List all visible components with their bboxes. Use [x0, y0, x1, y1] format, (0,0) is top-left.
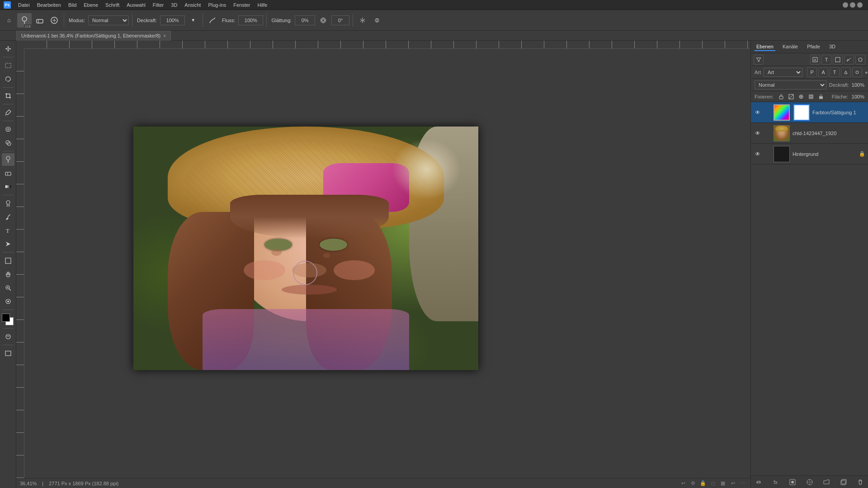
tool-heal[interactable] — [2, 123, 14, 136]
active-tab[interactable]: Unbenannt-1 bei 36,4% (Farbton/Sättigung… — [16, 31, 171, 41]
tab-kanale[interactable]: Kanäle — [781, 43, 800, 51]
layer-visibility-eye3[interactable]: 👁 — [754, 150, 762, 158]
layer-mask-btn[interactable] — [788, 477, 797, 487]
tool-text[interactable]: T — [2, 224, 14, 237]
layer-link-btn[interactable] — [754, 477, 764, 487]
glattung-input[interactable] — [295, 15, 315, 25]
tool-marquee[interactable] — [2, 59, 14, 72]
tool-zoom[interactable] — [2, 282, 14, 294]
layer-icon1[interactable]: A — [810, 55, 820, 65]
layer-icon3[interactable] — [833, 55, 843, 65]
tool-dodge[interactable] — [2, 197, 14, 210]
tool-eyedropper[interactable] — [2, 106, 14, 119]
tool-home[interactable]: ⌂ — [3, 14, 15, 27]
layer-delete-btn[interactable] — [855, 477, 865, 487]
layer-adjustment-btn[interactable] — [805, 477, 815, 487]
filter-btn4[interactable] — [841, 67, 851, 77]
menu-ebene[interactable]: Ebene — [80, 1, 102, 9]
sep2 — [132, 14, 132, 27]
menu-schrift[interactable]: Schrift — [102, 1, 123, 9]
status-btn3[interactable]: 🔒 — [699, 479, 707, 488]
filter-btn1[interactable]: P — [807, 67, 817, 77]
filter-btn3[interactable]: T — [830, 67, 840, 77]
tool-quick-mask[interactable] — [2, 330, 14, 343]
tool-lasso[interactable] — [2, 73, 14, 85]
filter-toggle[interactable]: ● — [865, 70, 868, 75]
layer-new-btn[interactable] — [839, 477, 849, 487]
menu-bearbeiten[interactable]: Bearbeiten — [33, 1, 65, 9]
tool-pen[interactable] — [2, 211, 14, 223]
menu-datei[interactable]: Datei — [14, 1, 33, 9]
tool-slot3[interactable] — [48, 14, 61, 27]
status-btn5[interactable]: ▦ — [719, 479, 727, 488]
lock-label: Fixieren: — [755, 94, 774, 99]
tool-arrow[interactable] — [2, 238, 14, 250]
tool-screen-mode[interactable] — [2, 347, 14, 360]
deckraft-input[interactable] — [160, 15, 185, 25]
menu-plugins[interactable]: Plug-ins — [204, 1, 230, 9]
brush-symmetry-btn[interactable] — [356, 14, 369, 27]
deckraft-toggle[interactable]: ▼ — [187, 14, 199, 27]
layer-item-photo[interactable]: 👁 chld-1423447_1920 — [751, 123, 868, 144]
window-close[interactable] — [857, 2, 863, 8]
status-btn2[interactable]: ⚙ — [689, 479, 697, 488]
blend-mode-select[interactable]: Normal Multiplizieren Abblenden Aufhelle… — [88, 15, 129, 25]
layer-item-huesat[interactable]: 👁 Farbton/Sättigung 1 — [751, 102, 868, 123]
canvas-container[interactable] — [24, 49, 750, 478]
status-btn6[interactable]: ↩ — [729, 479, 737, 488]
menu-hilfe[interactable]: Hilfe — [254, 1, 271, 9]
glattung-settings[interactable] — [317, 14, 330, 27]
layer-icon5[interactable] — [855, 55, 865, 65]
layer-filter-toggle[interactable] — [754, 55, 764, 65]
status-btn4[interactable]: □ — [709, 479, 717, 488]
window-maximize[interactable] — [850, 2, 855, 8]
menu-ansicht[interactable]: Ansicht — [181, 1, 204, 9]
tool-hand[interactable] — [2, 268, 14, 281]
status-btn1[interactable]: ↩ — [679, 479, 687, 488]
menu-filter[interactable]: Filter — [149, 1, 167, 9]
pressure-btn[interactable] — [371, 14, 383, 27]
fg-color-swatch[interactable] — [2, 314, 10, 322]
tool-eraser[interactable] — [2, 167, 14, 179]
layer-icon4[interactable] — [844, 55, 854, 65]
svg-rect-32 — [5, 258, 11, 263]
toolbox-sep6 — [3, 195, 14, 195]
tool-move[interactable] — [2, 42, 14, 55]
tool-crop[interactable] — [2, 89, 14, 102]
tool-shape[interactable] — [2, 254, 14, 267]
window-minimize[interactable] — [843, 2, 848, 8]
layer-icon2[interactable]: T — [821, 55, 831, 65]
menu-fenster[interactable]: Fenster — [230, 1, 254, 9]
tab-3d[interactable]: 3D — [827, 43, 837, 51]
layers-toolbar: A T — [751, 53, 868, 66]
tab-ebenen[interactable]: Ebenen — [755, 43, 775, 51]
lock-artboard-btn[interactable] — [807, 93, 815, 101]
filter-btn2[interactable]: A — [818, 67, 828, 77]
tab-pfade[interactable]: Pfade — [805, 43, 822, 51]
menu-bild[interactable]: Bild — [65, 1, 80, 9]
layer-visibility-eye2[interactable]: 👁 — [754, 129, 762, 137]
layer-blend-mode[interactable]: Normal Multiplizieren Negativ Multiplizi… — [755, 80, 826, 89]
tool-gradient[interactable] — [2, 180, 14, 193]
fluss-input[interactable] — [238, 15, 263, 25]
menu-auswahl[interactable]: Auswahl — [123, 1, 149, 9]
layer-group-btn[interactable] — [821, 477, 831, 487]
layer-type-filter[interactable]: Art Pixel Anpassung — [764, 68, 802, 77]
menu-3d[interactable]: 3D — [167, 1, 181, 9]
flow-icon-btn[interactable] — [206, 14, 219, 27]
angle-input[interactable] — [331, 15, 349, 25]
layer-fx-btn[interactable]: fx — [771, 477, 781, 487]
layer-item-bg[interactable]: 👁 Hintergrund 🔒 — [751, 144, 868, 164]
lock-position-btn[interactable] — [797, 93, 805, 101]
tool-slot2[interactable] — [33, 14, 46, 27]
lock-transparent-btn[interactable] — [777, 93, 785, 101]
lock-all-btn[interactable] — [817, 93, 825, 101]
layer-visibility-eye1[interactable]: 👁 — [754, 108, 762, 117]
filter-btn5[interactable] — [852, 67, 862, 77]
lock-image-btn[interactable] — [787, 93, 795, 101]
tab-close-btn[interactable]: × — [163, 33, 166, 38]
tool-brush[interactable] — [2, 153, 14, 166]
status-btn7[interactable]: ⋯ — [739, 479, 747, 488]
tool-misc[interactable] — [2, 295, 14, 308]
tool-clone[interactable] — [2, 136, 14, 149]
